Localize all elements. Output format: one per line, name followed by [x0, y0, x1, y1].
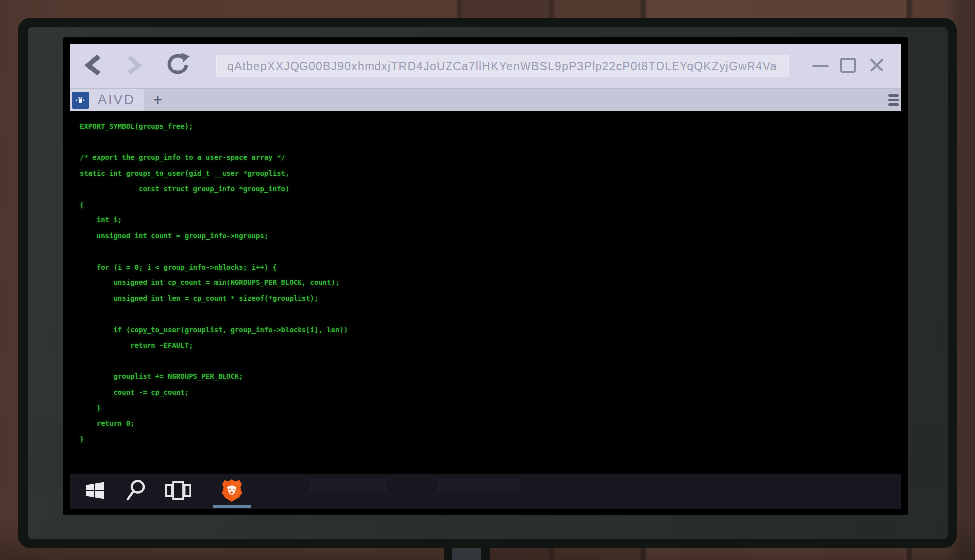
task-view-button[interactable]: [163, 474, 193, 509]
tab-strip: AIVD +: [70, 88, 901, 111]
forward-button[interactable]: [121, 44, 144, 88]
taskbar-highlight: [309, 479, 387, 492]
minimize-icon: [812, 65, 829, 67]
code-line: unsigned int count = group_info->ngroups…: [80, 228, 901, 244]
code-line: for (i = 0; i < group_info->nblocks; i++…: [80, 260, 901, 276]
maximize-icon: [840, 57, 856, 75]
code-line: static int groups_to_user(gid_t __user *…: [80, 166, 901, 182]
close-button[interactable]: [867, 44, 886, 88]
code-line: [80, 244, 901, 260]
tab-aivd[interactable]: AIVD: [70, 89, 144, 111]
brave-browser-button[interactable]: [220, 474, 244, 509]
taskbar-highlight: [437, 479, 520, 492]
search-button[interactable]: [124, 474, 148, 509]
code-line: return -EFAULT;: [80, 338, 901, 353]
code-block: EXPORT_SYMBOL(groups_free); /* export th…: [70, 111, 901, 447]
code-line: int i;: [80, 212, 901, 228]
minimize-button[interactable]: [811, 44, 830, 88]
code-line: return 0;: [80, 416, 901, 432]
code-line: /* export the group_info to a user-space…: [80, 150, 901, 166]
aivd-emblem-favicon: [72, 92, 89, 109]
monitor-stand: [444, 548, 490, 560]
forward-arrow-icon: [123, 55, 143, 77]
start-button[interactable]: [83, 474, 108, 509]
active-app-indicator: [213, 505, 251, 508]
page-content: EXPORT_SYMBOL(groups_free); /* export th…: [70, 111, 901, 474]
task-view-icon: [164, 480, 192, 503]
taskbar: [70, 474, 901, 509]
back-button[interactable]: [82, 44, 107, 88]
code-line: [80, 353, 901, 369]
tab-label: AIVD: [98, 92, 135, 108]
code-line: [80, 135, 901, 150]
windows-start-icon: [83, 479, 108, 504]
url-text: qAtbepXXJQG00BJ90xhmdxjTRD4JoUZCa7llHKYe…: [227, 60, 777, 73]
maximize-button[interactable]: [838, 44, 857, 88]
browser-toolbar: qAtbepXXJQG00BJ90xhmdxjTRD4JoUZCa7llHKYe…: [70, 44, 901, 88]
brave-lion-icon: [221, 478, 243, 505]
code-line: [80, 306, 901, 322]
search-icon: [126, 479, 147, 504]
back-arrow-icon: [84, 54, 106, 78]
close-icon: [868, 57, 885, 75]
code-line: }: [80, 400, 901, 416]
code-line: }: [80, 431, 901, 447]
refresh-button[interactable]: [164, 44, 192, 88]
code-line: EXPORT_SYMBOL(groups_free);: [80, 119, 901, 135]
room-scene: qAtbepXXJQG00BJ90xhmdxjTRD4JoUZCa7llHKYe…: [0, 0, 975, 560]
hamburger-menu-icon[interactable]: [887, 93, 900, 107]
code-line: unsigned int cp_count = min(NGROUPS_PER_…: [80, 275, 901, 291]
code-line: if (copy_to_user(grouplist, group_info->…: [80, 322, 901, 338]
url-bar[interactable]: qAtbepXXJQG00BJ90xhmdxjTRD4JoUZCa7llHKYe…: [216, 55, 789, 77]
code-line: count -= cp_count;: [80, 385, 901, 401]
code-line: const struct group_info *group_info): [80, 181, 901, 197]
code-line: grouplist += NGROUPS_PER_BLOCK;: [80, 369, 901, 385]
refresh-icon: [165, 52, 191, 80]
new-tab-button[interactable]: +: [148, 89, 168, 111]
code-line: {: [80, 197, 901, 213]
code-line: unsigned int len = cp_count * sizeof(*gr…: [80, 291, 901, 307]
browser-window: qAtbepXXJQG00BJ90xhmdxjTRD4JoUZCa7llHKYe…: [63, 37, 908, 515]
